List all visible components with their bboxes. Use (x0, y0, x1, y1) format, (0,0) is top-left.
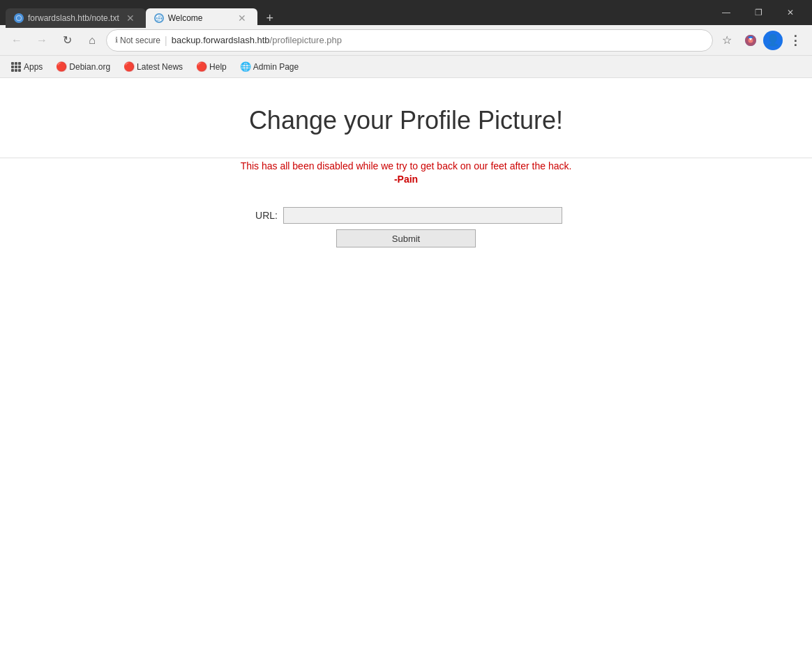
menu-button[interactable]: ⋮ (784, 29, 806, 52)
minimize-button[interactable]: — (710, 1, 742, 24)
lock-icon: ℹ (115, 36, 118, 45)
extension-icon (744, 34, 757, 47)
not-secure-label: Not secure (120, 36, 160, 45)
page-notice-line1: This has all been disabled while we try … (241, 158, 572, 174)
tab1-title: forwardslash.htb/note.txt (28, 13, 119, 23)
address-bar[interactable]: ℹ Not secure | backup.forwardslash.htb/p… (106, 29, 713, 52)
forward-arrow-icon: → (36, 34, 47, 47)
home-button[interactable]: ⌂ (81, 29, 103, 52)
tab2-close[interactable]: ✕ (235, 11, 249, 25)
tab-note[interactable]: forwardslash.htb/note.txt ✕ (6, 8, 146, 28)
back-button[interactable]: ← (6, 29, 28, 52)
tab2-favicon (154, 13, 164, 23)
bookmark-admin-label: Admin Page (253, 62, 299, 72)
tabs-area: forwardslash.htb/note.txt ✕ Welcome ✕ + (6, 0, 705, 25)
admin-favicon-icon: 🌐 (241, 62, 250, 72)
refresh-button[interactable]: ↻ (56, 29, 78, 52)
url-separator: | (165, 35, 167, 46)
chrome-extension-icon[interactable] (739, 29, 762, 52)
help-favicon-icon: 🔴 (197, 62, 206, 72)
apps-grid-icon (11, 62, 21, 72)
back-arrow-icon: ← (11, 34, 22, 47)
bookmark-star-button[interactable]: ☆ (716, 29, 738, 52)
tab1-favicon (14, 13, 24, 23)
maximize-button[interactable]: ❐ (742, 1, 774, 24)
bookmark-latestnews-label: Latest News (137, 62, 183, 72)
tab-welcome[interactable]: Welcome ✕ (146, 8, 257, 28)
tab1-close[interactable]: ✕ (123, 11, 137, 25)
new-tab-button[interactable]: + (260, 8, 280, 28)
bookmark-admin[interactable]: 🌐 Admin Page (235, 59, 304, 75)
profile-picture-form: URL: Submit (250, 207, 562, 247)
title-bar: forwardslash.htb/note.txt ✕ Welcome ✕ + … (0, 0, 812, 25)
page-title: Change your Profile Picture! (249, 106, 563, 135)
tab2-title: Welcome (168, 13, 231, 23)
bookmarks-bar: Apps 🔴 Debian.org 🔴 Latest News 🔴 Help 🌐… (0, 56, 812, 78)
bookmark-debian[interactable]: 🔴 Debian.org (51, 59, 116, 75)
close-button[interactable]: ✕ (774, 1, 806, 24)
window-controls: — ❐ ✕ (710, 1, 806, 24)
security-indicator: ℹ Not secure (115, 36, 160, 45)
nav-right-icons: ☆ 👤 ⋮ (716, 29, 806, 52)
bookmark-help-label: Help (209, 62, 227, 72)
bookmark-apps[interactable]: Apps (6, 59, 48, 75)
bookmark-apps-label: Apps (24, 62, 43, 72)
menu-dots-icon: ⋮ (789, 33, 802, 48)
forward-button[interactable]: → (31, 29, 53, 52)
submit-button[interactable]: Submit (336, 229, 476, 247)
debian-favicon-icon: 🔴 (57, 62, 66, 72)
profile-avatar-icon: 👤 (766, 33, 780, 47)
latestnews-favicon-icon: 🔴 (124, 62, 134, 72)
url-display: backup.forwardslash.htb/profilepicture.p… (172, 35, 704, 45)
url-label: URL: (250, 210, 278, 221)
nav-bar: ← → ↻ ⌂ ℹ Not secure | backup.forwardsla… (0, 25, 812, 56)
home-icon: ⌂ (89, 34, 96, 47)
url-input[interactable] (283, 207, 562, 224)
star-icon: ☆ (722, 33, 732, 47)
browser-window: forwardslash.htb/note.txt ✕ Welcome ✕ + … (0, 0, 812, 672)
page-notice-line2: -Pain (394, 174, 418, 185)
bookmark-help[interactable]: 🔴 Help (191, 59, 232, 75)
page-content: Change your Profile Picture! This has al… (0, 78, 812, 672)
url-path: /profilepicture.php (270, 35, 342, 45)
url-input-row: URL: (250, 207, 562, 224)
refresh-icon: ↻ (63, 33, 72, 47)
bookmark-latestnews[interactable]: 🔴 Latest News (119, 59, 188, 75)
bookmark-debian-label: Debian.org (69, 62, 110, 72)
url-domain: backup.forwardslash.htb (172, 35, 270, 45)
profile-button[interactable]: 👤 (763, 31, 783, 50)
